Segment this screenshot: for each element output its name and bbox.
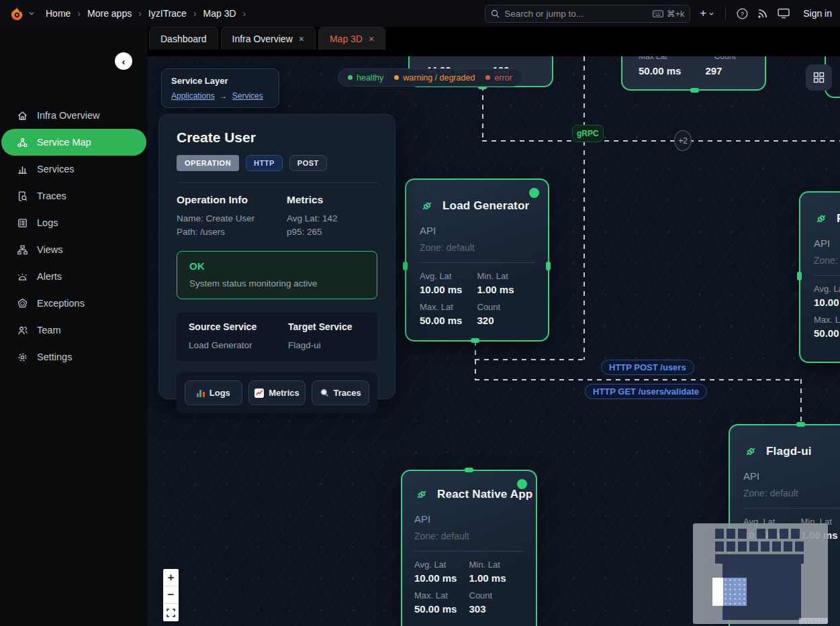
bar-chart-icon	[16, 164, 28, 175]
sidebar-item-service-map[interactable]: Service Map	[1, 129, 146, 156]
source-service-value: Load Generator	[189, 340, 288, 350]
legend-label: warning / degraded	[403, 73, 475, 83]
edge-segment	[482, 140, 840, 142]
service-node-react-native-app[interactable]: React Native App API Zone: default Avg. …	[401, 470, 537, 626]
target-service-heading: Target Service	[288, 321, 365, 332]
close-tab-icon[interactable]: ×	[299, 34, 304, 44]
divider	[420, 262, 534, 263]
sidebar-item-views[interactable]: Views	[0, 236, 148, 263]
sidebar-item-label: Traces	[37, 191, 66, 201]
breadcrumb: Home › More apps › IyzITrace › Map 3D ›	[46, 8, 246, 19]
source-service-heading: Source Service	[189, 321, 288, 332]
grafana-logo-icon[interactable]	[8, 5, 26, 22]
breadcrumb-more-apps[interactable]: More apps	[87, 8, 132, 19]
minimap[interactable]	[693, 523, 828, 624]
metric-value: 10.00 ms	[420, 284, 477, 295]
node-zone: Zone: default	[420, 242, 534, 253]
more-edges-badge[interactable]: +2	[674, 130, 692, 151]
fullscreen-button[interactable]	[163, 604, 179, 621]
minimap-viewport[interactable]	[723, 578, 747, 606]
logs-chart-icon	[197, 389, 205, 397]
sidebar-nav: Infra Overview Service Map Services	[0, 102, 148, 370]
alarm-icon	[16, 271, 28, 282]
metrics-button[interactable]: Metrics	[248, 380, 306, 405]
sign-in-button[interactable]: Sign in	[803, 8, 832, 19]
tab-strip: Dashboard Infra Overview × Map 3D ×	[148, 27, 840, 56]
node-zone: Zone: default	[743, 488, 840, 499]
metric-label: Count	[714, 56, 736, 61]
sidebar-collapse-button[interactable]: ‹	[115, 52, 132, 70]
edge-label-http-post-users[interactable]: HTTP POST /users	[601, 360, 694, 375]
gear-icon	[16, 352, 28, 363]
edge-label-http-get-users-validate[interactable]: HTTP GET /users/validate	[585, 384, 707, 399]
sidebar-item-services[interactable]: Services	[0, 156, 148, 182]
metric-label: Avg. Lat	[814, 284, 840, 294]
sidebar: ‹ Infra Overview Service Map	[0, 27, 148, 626]
breadcrumb-map3d[interactable]: Map 3D	[203, 8, 236, 19]
node-title: Load Generator	[442, 199, 529, 213]
node-port	[546, 262, 551, 270]
grpc-protocol-badge[interactable]: gRPC	[572, 125, 604, 142]
sidebar-item-label: Service Map	[37, 137, 91, 148]
node-port	[403, 262, 408, 270]
breadcrumb-separator: ›	[243, 8, 246, 19]
breadcrumb-home[interactable]: Home	[46, 8, 71, 19]
applications-link[interactable]: Applications	[171, 91, 215, 101]
layout-grid-button[interactable]	[806, 64, 832, 91]
sidebar-item-infra-overview[interactable]: Infra Overview	[0, 102, 148, 129]
news-rss-icon[interactable]	[757, 8, 768, 19]
sidebar-item-team[interactable]: Team	[0, 317, 148, 344]
legend-label: error	[494, 73, 512, 83]
sidebar-item-label: Exceptions	[37, 298, 85, 309]
tab-infra-overview[interactable]: Infra Overview ×	[221, 27, 316, 50]
tab-dashboard[interactable]: Dashboard	[149, 27, 218, 50]
metric-value: 10.00 ms	[814, 297, 840, 308]
sidebar-item-logs[interactable]: Logs	[0, 209, 148, 236]
service-map-canvas[interactable]: Dashboard Infra Overview × Map 3D × g	[148, 27, 840, 626]
org-switcher-chevron-icon[interactable]	[28, 10, 35, 17]
logs-button[interactable]: Logs	[185, 380, 242, 405]
edge-segment	[475, 379, 802, 380]
healthy-dot	[348, 75, 353, 80]
health-status-dot	[529, 188, 539, 198]
zoom-out-button[interactable]: −	[163, 586, 179, 604]
breadcrumb-separator: ›	[77, 8, 81, 19]
breadcrumb-separator: ›	[193, 8, 197, 19]
metric-label: Max. Lat	[414, 590, 469, 601]
close-tab-icon[interactable]: ×	[369, 34, 374, 44]
status-state: OK	[189, 260, 365, 272]
sidebar-item-label: Alerts	[37, 271, 62, 282]
add-button[interactable]: +	[700, 7, 714, 20]
sidebar-item-alerts[interactable]: Alerts	[0, 263, 148, 290]
sidebar-item-exceptions[interactable]: Exceptions	[0, 290, 148, 317]
metrics-heading: Metrics	[287, 194, 377, 206]
help-icon[interactable]: ?	[737, 8, 748, 19]
node-type: API	[420, 225, 534, 236]
search-input[interactable]	[504, 9, 648, 19]
service-map-icon	[16, 137, 28, 148]
metric-label: Max. Lat	[814, 315, 840, 325]
keyboard-icon	[653, 10, 663, 17]
screen-share-icon[interactable]	[778, 8, 790, 19]
traces-button[interactable]: Traces	[312, 380, 369, 405]
metric-value: 1.00 ms	[477, 284, 535, 295]
sidebar-item-traces[interactable]: Traces	[0, 182, 148, 209]
metric-value: 50.00 ms	[639, 65, 681, 76]
operation-info-heading: Operation Info	[177, 194, 287, 206]
breadcrumb-app[interactable]: IyzITrace	[148, 8, 187, 19]
edge-segment	[584, 56, 585, 360]
node-port	[690, 88, 699, 93]
top-nav: Home › More apps › IyzITrace › Map 3D › …	[0, 0, 840, 27]
tab-map-3d[interactable]: Map 3D ×	[318, 27, 385, 50]
divider	[814, 275, 840, 276]
service-node-right-partial[interactable]: F API Zone: default Avg. Lat 10.00 ms Ma…	[799, 191, 840, 363]
zoom-in-button[interactable]: +	[163, 569, 179, 586]
sidebar-item-settings[interactable]: Settings	[0, 344, 148, 370]
services-link[interactable]: Services	[232, 91, 263, 101]
http-badge: HTTP	[246, 155, 283, 171]
service-node-partial-top-right[interactable]: Max Lat Count 50.00 ms 297	[621, 56, 766, 91]
sitemap-icon	[16, 244, 28, 256]
plug-icon	[420, 199, 434, 213]
plug-icon	[414, 487, 429, 502]
service-node-load-generator[interactable]: Load Generator API Zone: default Avg. La…	[405, 178, 549, 342]
